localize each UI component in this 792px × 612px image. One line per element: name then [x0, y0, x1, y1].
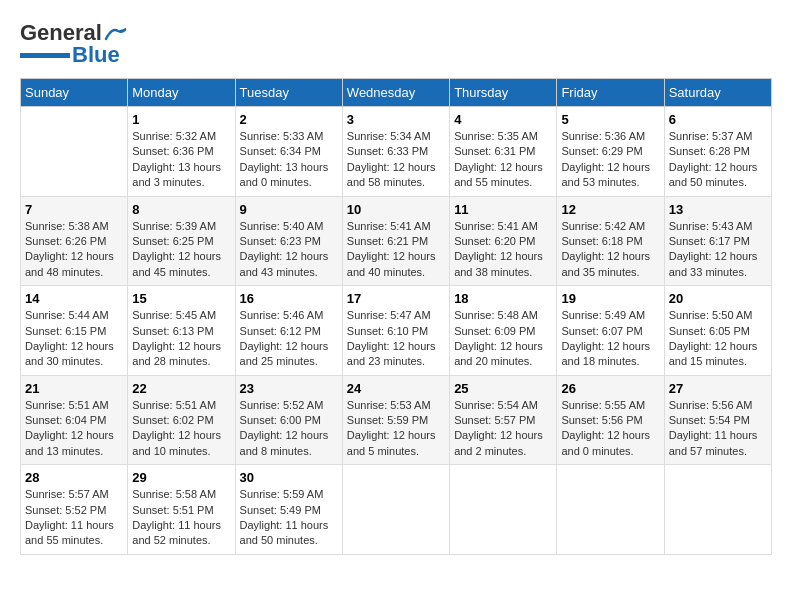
day-detail: Sunrise: 5:46 AMSunset: 6:12 PMDaylight:… — [240, 308, 338, 370]
day-detail: Sunrise: 5:34 AMSunset: 6:33 PMDaylight:… — [347, 129, 445, 191]
calendar-cell: 6Sunrise: 5:37 AMSunset: 6:28 PMDaylight… — [664, 107, 771, 197]
calendar-cell: 21Sunrise: 5:51 AMSunset: 6:04 PMDayligh… — [21, 375, 128, 465]
day-header-saturday: Saturday — [664, 79, 771, 107]
day-number: 24 — [347, 381, 445, 396]
calendar-cell — [664, 465, 771, 555]
day-detail: Sunrise: 5:55 AMSunset: 5:56 PMDaylight:… — [561, 398, 659, 460]
day-number: 14 — [25, 291, 123, 306]
day-number: 4 — [454, 112, 552, 127]
calendar-cell: 25Sunrise: 5:54 AMSunset: 5:57 PMDayligh… — [450, 375, 557, 465]
calendar-cell: 13Sunrise: 5:43 AMSunset: 6:17 PMDayligh… — [664, 196, 771, 286]
calendar-cell: 1Sunrise: 5:32 AMSunset: 6:36 PMDaylight… — [128, 107, 235, 197]
day-number: 18 — [454, 291, 552, 306]
day-detail: Sunrise: 5:39 AMSunset: 6:25 PMDaylight:… — [132, 219, 230, 281]
day-number: 17 — [347, 291, 445, 306]
day-detail: Sunrise: 5:32 AMSunset: 6:36 PMDaylight:… — [132, 129, 230, 191]
calendar-cell: 23Sunrise: 5:52 AMSunset: 6:00 PMDayligh… — [235, 375, 342, 465]
calendar-cell: 29Sunrise: 5:58 AMSunset: 5:51 PMDayligh… — [128, 465, 235, 555]
calendar-cell: 22Sunrise: 5:51 AMSunset: 6:02 PMDayligh… — [128, 375, 235, 465]
page-header: General Blue — [20, 20, 772, 68]
calendar-cell: 20Sunrise: 5:50 AMSunset: 6:05 PMDayligh… — [664, 286, 771, 376]
calendar-header-row: SundayMondayTuesdayWednesdayThursdayFrid… — [21, 79, 772, 107]
calendar-cell: 18Sunrise: 5:48 AMSunset: 6:09 PMDayligh… — [450, 286, 557, 376]
day-detail: Sunrise: 5:40 AMSunset: 6:23 PMDaylight:… — [240, 219, 338, 281]
calendar-cell — [342, 465, 449, 555]
calendar-cell: 15Sunrise: 5:45 AMSunset: 6:13 PMDayligh… — [128, 286, 235, 376]
day-number: 10 — [347, 202, 445, 217]
day-detail: Sunrise: 5:48 AMSunset: 6:09 PMDaylight:… — [454, 308, 552, 370]
day-number: 12 — [561, 202, 659, 217]
calendar-week-row: 28Sunrise: 5:57 AMSunset: 5:52 PMDayligh… — [21, 465, 772, 555]
calendar-cell: 17Sunrise: 5:47 AMSunset: 6:10 PMDayligh… — [342, 286, 449, 376]
day-detail: Sunrise: 5:51 AMSunset: 6:04 PMDaylight:… — [25, 398, 123, 460]
day-number: 6 — [669, 112, 767, 127]
day-detail: Sunrise: 5:33 AMSunset: 6:34 PMDaylight:… — [240, 129, 338, 191]
day-detail: Sunrise: 5:38 AMSunset: 6:26 PMDaylight:… — [25, 219, 123, 281]
day-header-thursday: Thursday — [450, 79, 557, 107]
logo-bird-icon — [104, 25, 126, 41]
day-detail: Sunrise: 5:50 AMSunset: 6:05 PMDaylight:… — [669, 308, 767, 370]
day-number: 25 — [454, 381, 552, 396]
day-number: 3 — [347, 112, 445, 127]
day-header-tuesday: Tuesday — [235, 79, 342, 107]
calendar-cell: 28Sunrise: 5:57 AMSunset: 5:52 PMDayligh… — [21, 465, 128, 555]
day-number: 1 — [132, 112, 230, 127]
day-number: 27 — [669, 381, 767, 396]
day-number: 16 — [240, 291, 338, 306]
day-detail: Sunrise: 5:57 AMSunset: 5:52 PMDaylight:… — [25, 487, 123, 549]
logo-blue-bar — [20, 53, 70, 58]
day-number: 22 — [132, 381, 230, 396]
calendar-cell: 12Sunrise: 5:42 AMSunset: 6:18 PMDayligh… — [557, 196, 664, 286]
day-detail: Sunrise: 5:36 AMSunset: 6:29 PMDaylight:… — [561, 129, 659, 191]
calendar-cell: 2Sunrise: 5:33 AMSunset: 6:34 PMDaylight… — [235, 107, 342, 197]
calendar-cell: 9Sunrise: 5:40 AMSunset: 6:23 PMDaylight… — [235, 196, 342, 286]
day-detail: Sunrise: 5:53 AMSunset: 5:59 PMDaylight:… — [347, 398, 445, 460]
day-number: 29 — [132, 470, 230, 485]
day-number: 5 — [561, 112, 659, 127]
calendar-cell: 8Sunrise: 5:39 AMSunset: 6:25 PMDaylight… — [128, 196, 235, 286]
calendar-week-row: 7Sunrise: 5:38 AMSunset: 6:26 PMDaylight… — [21, 196, 772, 286]
calendar-cell: 10Sunrise: 5:41 AMSunset: 6:21 PMDayligh… — [342, 196, 449, 286]
calendar-table: SundayMondayTuesdayWednesdayThursdayFrid… — [20, 78, 772, 555]
calendar-cell: 30Sunrise: 5:59 AMSunset: 5:49 PMDayligh… — [235, 465, 342, 555]
day-detail: Sunrise: 5:51 AMSunset: 6:02 PMDaylight:… — [132, 398, 230, 460]
day-header-monday: Monday — [128, 79, 235, 107]
calendar-cell: 3Sunrise: 5:34 AMSunset: 6:33 PMDaylight… — [342, 107, 449, 197]
day-number: 11 — [454, 202, 552, 217]
calendar-cell: 5Sunrise: 5:36 AMSunset: 6:29 PMDaylight… — [557, 107, 664, 197]
calendar-body: 1Sunrise: 5:32 AMSunset: 6:36 PMDaylight… — [21, 107, 772, 555]
calendar-cell: 26Sunrise: 5:55 AMSunset: 5:56 PMDayligh… — [557, 375, 664, 465]
day-detail: Sunrise: 5:41 AMSunset: 6:21 PMDaylight:… — [347, 219, 445, 281]
day-header-sunday: Sunday — [21, 79, 128, 107]
calendar-week-row: 21Sunrise: 5:51 AMSunset: 6:04 PMDayligh… — [21, 375, 772, 465]
day-number: 2 — [240, 112, 338, 127]
day-number: 8 — [132, 202, 230, 217]
day-detail: Sunrise: 5:35 AMSunset: 6:31 PMDaylight:… — [454, 129, 552, 191]
day-detail: Sunrise: 5:58 AMSunset: 5:51 PMDaylight:… — [132, 487, 230, 549]
calendar-cell: 16Sunrise: 5:46 AMSunset: 6:12 PMDayligh… — [235, 286, 342, 376]
day-detail: Sunrise: 5:47 AMSunset: 6:10 PMDaylight:… — [347, 308, 445, 370]
logo-blue-text: Blue — [72, 42, 120, 68]
day-detail: Sunrise: 5:43 AMSunset: 6:17 PMDaylight:… — [669, 219, 767, 281]
day-detail: Sunrise: 5:49 AMSunset: 6:07 PMDaylight:… — [561, 308, 659, 370]
calendar-week-row: 1Sunrise: 5:32 AMSunset: 6:36 PMDaylight… — [21, 107, 772, 197]
calendar-cell — [450, 465, 557, 555]
day-number: 15 — [132, 291, 230, 306]
day-detail: Sunrise: 5:59 AMSunset: 5:49 PMDaylight:… — [240, 487, 338, 549]
day-number: 13 — [669, 202, 767, 217]
day-detail: Sunrise: 5:41 AMSunset: 6:20 PMDaylight:… — [454, 219, 552, 281]
day-detail: Sunrise: 5:37 AMSunset: 6:28 PMDaylight:… — [669, 129, 767, 191]
day-detail: Sunrise: 5:54 AMSunset: 5:57 PMDaylight:… — [454, 398, 552, 460]
calendar-cell — [557, 465, 664, 555]
day-number: 28 — [25, 470, 123, 485]
calendar-cell — [21, 107, 128, 197]
day-detail: Sunrise: 5:42 AMSunset: 6:18 PMDaylight:… — [561, 219, 659, 281]
day-number: 9 — [240, 202, 338, 217]
calendar-cell: 27Sunrise: 5:56 AMSunset: 5:54 PMDayligh… — [664, 375, 771, 465]
day-number: 19 — [561, 291, 659, 306]
calendar-cell: 4Sunrise: 5:35 AMSunset: 6:31 PMDaylight… — [450, 107, 557, 197]
day-number: 26 — [561, 381, 659, 396]
calendar-cell: 14Sunrise: 5:44 AMSunset: 6:15 PMDayligh… — [21, 286, 128, 376]
logo: General Blue — [20, 20, 126, 68]
day-number: 21 — [25, 381, 123, 396]
